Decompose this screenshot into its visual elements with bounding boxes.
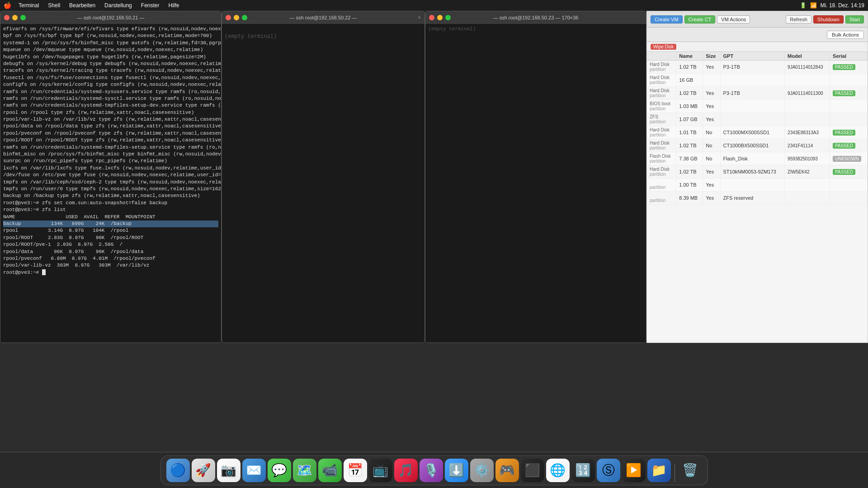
dock-item-finder2[interactable]: 📁 bbox=[647, 459, 671, 482]
terminal-left-min-btn[interactable] bbox=[12, 15, 18, 20]
disk-table-row[interactable]: Hard Diskpartition 1.02 TB Yes ST10kNM00… bbox=[647, 165, 868, 178]
term-line: rpool on /rpool type zfs (rw,relatime,xa… bbox=[3, 109, 218, 116]
dock-item-rc-default[interactable]: 🎮 bbox=[495, 459, 519, 482]
dock-item-terminal[interactable]: ⬛ bbox=[521, 459, 544, 482]
dock-item-launchpad[interactable]: 🚀 bbox=[192, 459, 215, 482]
disk-table-row[interactable]: Hard Diskpartition 16 GB bbox=[647, 74, 868, 87]
disk-table-container[interactable]: Name Size GPT Model Serial Hard Diskpart… bbox=[647, 52, 868, 343]
dock-item-facetime[interactable]: 📹 bbox=[318, 459, 342, 482]
disk-serial: ZIW5EK42 bbox=[785, 165, 830, 178]
wipe-disk-button[interactable]: Wipe Disk bbox=[651, 44, 676, 50]
menubar-darstellung[interactable]: Darstellung bbox=[101, 2, 136, 9]
dock-item-calculator[interactable]: 🔢 bbox=[571, 459, 595, 482]
terminal-left-close-btn[interactable] bbox=[4, 15, 9, 20]
disk-table-row[interactable]: Hard Diskpartition 1.02 TB Yes P3-1TB 9J… bbox=[647, 87, 868, 100]
proxmox-panel: Create VM Create CT VM Actions Refresh S… bbox=[646, 11, 868, 343]
dock-item-calendar[interactable]: 📅 bbox=[344, 459, 367, 482]
term-prompt: root@pve3:~# bbox=[3, 270, 42, 275]
disk-table-row[interactable]: Hard Diskpartition 1.02 TB Yes P3-1TB 9J… bbox=[647, 61, 868, 74]
disk-table-row[interactable]: ZFSpartition 1.07 GB Yes bbox=[647, 113, 868, 126]
disk-model bbox=[720, 100, 785, 113]
dock-item-chrome[interactable]: 🌐 bbox=[546, 459, 570, 482]
terminal-middle-x[interactable]: × bbox=[418, 14, 421, 21]
disk-serial bbox=[785, 192, 830, 205]
disk-type: partition bbox=[647, 192, 676, 205]
apple-menu[interactable]: 🍎 bbox=[4, 2, 11, 9]
dock-item-messages[interactable]: 💬 bbox=[268, 459, 291, 482]
terminal-right-min-btn[interactable] bbox=[437, 15, 443, 20]
terminal-middle-close-btn[interactable] bbox=[226, 15, 231, 20]
menubar-fenster[interactable]: Fenster bbox=[137, 2, 163, 9]
shutdown-button[interactable]: Shutdown bbox=[813, 15, 844, 23]
term-line: /dev/fuse on /etc/pve type fuse (rw,nosu… bbox=[3, 172, 218, 178]
term-line: sunrpc on /run/rpc_pipefs type rpc_pipef… bbox=[3, 158, 218, 164]
term-table-row: rpool/ROOT 2.83G 8.97G 96K /rpool/ROOT bbox=[3, 235, 218, 241]
bulk-actions-button[interactable]: Bulk Actions bbox=[827, 31, 864, 39]
dock-item-mail[interactable]: ✉️ bbox=[242, 459, 266, 482]
terminal-left-content[interactable]: efivarfs on /sys/firmware/efi/efivars ty… bbox=[0, 24, 221, 343]
term-line: rpool/data on /rpool/data type zfs (rw,r… bbox=[3, 123, 218, 130]
term-table-row: rpool/ROOT/pve-1 2.83G 8.97G 2.58G / bbox=[3, 241, 218, 248]
term-line: systemd-1 on /proc/sys/fs/binfmt_misc ty… bbox=[3, 40, 218, 47]
terminal-right-title: — ssh root@192.168.50.23 — 170×36 bbox=[493, 15, 579, 20]
terminal-middle-content[interactable]: (empty terminal) bbox=[222, 24, 425, 343]
smart-badge: PASSED bbox=[833, 90, 855, 96]
refresh-button[interactable]: Refresh bbox=[786, 15, 811, 23]
disk-model: CT1000BX500SSD1 bbox=[720, 139, 785, 152]
disk-model bbox=[720, 113, 785, 126]
dock-item-preferences[interactable]: ⚙️ bbox=[470, 459, 494, 482]
disk-gpt: Yes bbox=[703, 165, 720, 178]
menubar-hilfe[interactable]: Hilfe bbox=[165, 2, 183, 9]
disk-size: 1.07 GB bbox=[676, 113, 703, 126]
disk-model: ZFS reserved bbox=[720, 192, 785, 205]
menubar-shell[interactable]: Shell bbox=[44, 2, 64, 9]
start-button[interactable]: Start bbox=[845, 15, 864, 23]
disk-smart bbox=[830, 74, 868, 87]
terminal-right-max-btn[interactable] bbox=[445, 15, 451, 20]
disk-table-row[interactable]: Flash Diskpartition 7.38 GB No Flash_Dis… bbox=[647, 152, 868, 165]
dock-item-app-store[interactable]: ⬇️ bbox=[445, 459, 468, 482]
disk-table-row[interactable]: Hard Diskpartition 1.02 TB No CT1000BX50… bbox=[647, 139, 868, 152]
disk-table-row[interactable]: partition 8.39 MB Yes ZFS reserved bbox=[647, 192, 868, 205]
dock-item-sf-symbols[interactable]: Ⓢ bbox=[597, 459, 620, 482]
disk-smart: UNKNOWN bbox=[830, 152, 868, 165]
dock-item-music[interactable]: 🎵 bbox=[394, 459, 418, 482]
disk-serial: 2341F41114 bbox=[785, 139, 830, 152]
term-table-row: rpool 3.14G 8.97G 104K /rpool bbox=[3, 227, 218, 234]
terminal-right-close-btn[interactable] bbox=[429, 15, 434, 20]
disk-type: partition bbox=[647, 178, 676, 192]
disk-model: ST10kNM0053-9ZM173 bbox=[720, 165, 785, 178]
term-line: ramfs on /run/credentials/systemd-tmpfil… bbox=[3, 102, 218, 109]
terminal-middle-max-btn[interactable] bbox=[242, 15, 247, 20]
disk-table-row[interactable]: partition 1.00 TB Yes bbox=[647, 178, 868, 192]
dock-item-maps[interactable]: 🗺️ bbox=[293, 459, 316, 482]
disk-size: 1.00 TB bbox=[676, 178, 703, 192]
term-line: rpool/pveconf on /rpool/pveconf type zfs… bbox=[3, 130, 218, 137]
menubar-bearbeiten[interactable]: Bearbeiten bbox=[66, 2, 99, 9]
dock-item-photos[interactable]: 📷 bbox=[217, 459, 241, 482]
term-table-row: rpool/data 96K 8.97G 96K /rpool/data bbox=[3, 249, 218, 255]
dock-item-apple-tv[interactable]: 📺 bbox=[369, 459, 392, 482]
vm-actions-button[interactable]: VM Actions bbox=[717, 15, 750, 23]
dock-item-podcasts[interactable]: 🎙️ bbox=[420, 459, 443, 482]
terminal-right-content[interactable]: (empty terminal) bbox=[425, 24, 646, 343]
dock-item-finder[interactable]: 🔵 bbox=[166, 459, 190, 482]
terminal-left-max-btn[interactable] bbox=[20, 15, 26, 20]
terminal-middle-min-btn[interactable] bbox=[234, 15, 239, 20]
menubar-terminal[interactable]: Terminal bbox=[15, 2, 42, 9]
disk-serial bbox=[785, 100, 830, 113]
dock-item-trash[interactable]: 🗑️ bbox=[679, 459, 702, 482]
disk-size: 1.02 TB bbox=[676, 87, 703, 100]
disk-table-row[interactable]: BIOS bootpartition 1.03 MB Yes bbox=[647, 100, 868, 113]
disk-table-row[interactable]: Hard Diskpartition 1.01 TB No CT1000MX50… bbox=[647, 126, 868, 139]
screen: — ssh root@192.168.50.21 — efivarfs on /… bbox=[0, 11, 868, 488]
disk-model: P3-1TB bbox=[720, 61, 785, 74]
term-line: root@pve3:~# zfs set com.sun:auto-snapsh… bbox=[3, 200, 218, 206]
create-ct-button[interactable]: Create CT bbox=[684, 15, 716, 23]
disk-size: 1.01 TB bbox=[676, 126, 703, 139]
terminal-middle-titlebar: — ssh root@192.168.50.22 — × bbox=[222, 11, 425, 24]
terminal-middle-title: — ssh root@192.168.50.22 — bbox=[290, 15, 357, 20]
create-vm-button[interactable]: Create VM bbox=[651, 15, 683, 23]
disk-smart: PASSED bbox=[830, 165, 868, 178]
dock-item-dterm[interactable]: ▶️ bbox=[622, 459, 646, 482]
